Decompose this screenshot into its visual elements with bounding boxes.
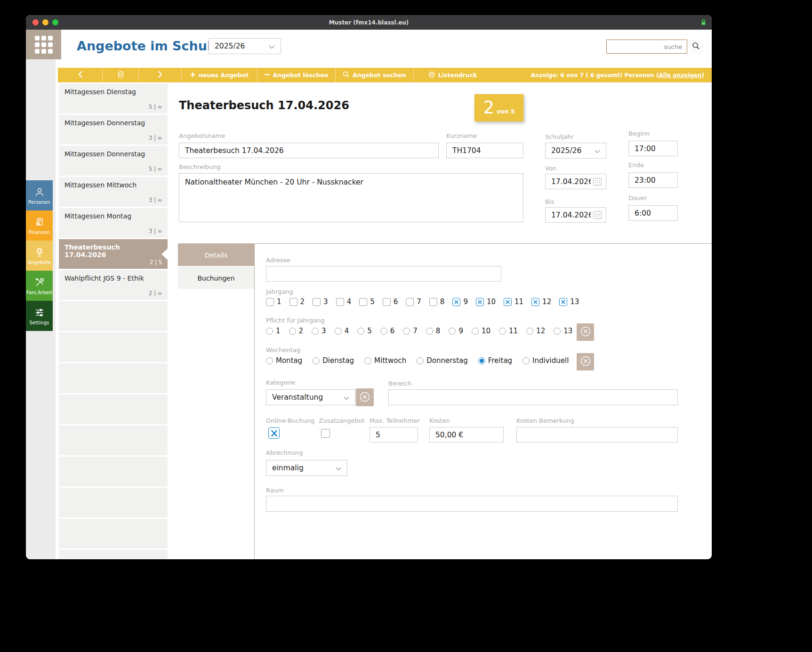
find-offer-button[interactable]: Angebot suchen (336, 68, 413, 82)
beginn-input[interactable] (628, 141, 678, 156)
record-position-badge: 2 von 5 (474, 94, 523, 121)
jahrgang-checkbox-7[interactable]: 7 (406, 298, 421, 306)
delete-offer-button[interactable]: Angebot löschen (257, 68, 335, 82)
booking-count: 3 | ∞ (149, 135, 162, 141)
nav-item-famarbeit[interactable]: Fam.Arbeit (26, 271, 53, 301)
jahrgang-checkbox-6[interactable]: 6 (383, 298, 398, 306)
list-item[interactable]: Mittagessen Dienstag5 | ∞ (59, 84, 168, 113)
next-record-button[interactable] (139, 68, 181, 82)
list-item[interactable]: Mittagessen Mittwoch3 | ∞ (59, 177, 168, 207)
prev-record-button[interactable] (58, 68, 102, 82)
jahrgang-checkbox-9[interactable]: 9 (452, 298, 468, 306)
online-buchung-checkbox[interactable] (268, 427, 280, 439)
ende-input[interactable] (628, 172, 678, 188)
list-item[interactable]: Mittagessen Donnerstag3 | ∞ (59, 115, 168, 145)
jahrgang-checkbox-3[interactable]: 3 (313, 298, 328, 306)
nav-item-personen[interactable]: Personen (26, 180, 53, 210)
jahrgang-checkbox-12[interactable]: 12 (531, 298, 551, 306)
zusatzangebot-checkbox[interactable] (321, 429, 330, 438)
panel-top-border (178, 243, 712, 244)
wochentag-radio-montag[interactable]: Montag (266, 356, 302, 365)
von-date-input[interactable] (545, 174, 606, 189)
booking-count: 2 | ∞ (149, 290, 162, 297)
nav-item-angebote[interactable]: Angebote (26, 241, 53, 271)
pflicht-radio-7[interactable]: 7 (403, 327, 418, 335)
jahrgang-checkbox-13[interactable]: 13 (559, 298, 579, 306)
jahrgang-checkbox-11[interactable]: 11 (504, 298, 523, 306)
toolbar: neues Angebot Angebot löschen Angebot su… (58, 68, 712, 82)
list-item[interactable]: Theaterbesuch 17.04.20262 | 5 (59, 239, 168, 269)
dauer-input[interactable] (628, 205, 678, 221)
booking-count: 5 | ∞ (149, 104, 162, 110)
clear-pflicht-button[interactable] (577, 323, 594, 341)
beschreibung-textarea[interactable]: Nationaltheater München - 20 Uhr - Nussk… (179, 173, 523, 222)
jahrgang-checkbox-5[interactable]: 5 (359, 298, 375, 306)
database-icon (118, 71, 124, 80)
nav-item-finanzen[interactable]: Finanzen (26, 210, 53, 241)
new-offer-button[interactable]: neues Angebot (182, 68, 257, 82)
bereich-input[interactable] (388, 389, 678, 405)
search-input[interactable] (606, 40, 687, 54)
app-grid-icon[interactable] (26, 30, 61, 59)
jahrgang-checkbox-10[interactable]: 10 (476, 298, 496, 306)
wochentag-label: Wochentag (266, 346, 300, 354)
wochentag-radio-individuell[interactable]: Individuell (523, 356, 569, 365)
jahrgang-checkbox-8[interactable]: 8 (429, 298, 445, 306)
kosten-bemerkung-input[interactable] (516, 427, 678, 443)
list-item[interactable]: Mittagessen Montag3 | ∞ (59, 208, 168, 238)
pflicht-radio-11[interactable]: 11 (499, 327, 518, 335)
pflicht-radio-8[interactable]: 8 (426, 327, 441, 335)
pflicht-radio-4[interactable]: 4 (335, 327, 349, 335)
bis-date-input[interactable] (545, 207, 606, 223)
circle-x-icon (580, 355, 591, 368)
list-item[interactable]: Wahlpflicht JGS 9 - Ethik2 | ∞ (59, 270, 168, 300)
adresse-input[interactable] (266, 266, 501, 282)
pflicht-radio-12[interactable]: 12 (526, 327, 545, 335)
wochentag-radio-dienstag[interactable]: Dienstag (313, 356, 354, 365)
angebotsname-input[interactable] (179, 143, 439, 158)
search-button[interactable] (688, 40, 703, 54)
pflicht-radio-5[interactable]: 5 (357, 327, 372, 335)
offer-list: Mittagessen Dienstag5 | ∞Mittagessen Don… (59, 84, 168, 559)
wochentag-radio-mittwoch[interactable]: Mittwoch (364, 356, 406, 365)
clear-kategorie-button[interactable] (356, 388, 374, 406)
wochentag-radio-freitag[interactable]: Freitag (478, 356, 512, 365)
max-teilnehmer-label: Max. Teilnehmer (370, 417, 420, 424)
tab-buchungen[interactable]: Buchungen (178, 267, 254, 289)
close-window-button[interactable] (32, 19, 39, 25)
record-list-button[interactable] (103, 68, 138, 82)
raum-input[interactable] (266, 496, 678, 512)
list-print-button[interactable]: Listendruck (414, 68, 491, 82)
minimize-window-button[interactable] (42, 19, 48, 25)
show-all-link[interactable]: Alle anzeigen (659, 72, 702, 79)
schoolyear-header-select[interactable]: 2025/26 (209, 38, 281, 54)
bereich-label: Bereich (388, 380, 411, 387)
kosten-bemerkung-label: Kosten Bemerkung (516, 417, 574, 424)
kosten-input[interactable] (429, 427, 504, 443)
jahrgang-checkbox-2[interactable]: 2 (289, 298, 305, 306)
kategorie-label: Kategorie (266, 379, 296, 386)
pflicht-radio-9[interactable]: 9 (449, 327, 463, 335)
kurzname-input[interactable] (446, 143, 523, 158)
pflicht-radio-2[interactable]: 2 (289, 327, 304, 335)
schuljahr-select[interactable]: 2025/26 (545, 143, 606, 159)
pflicht-radio-3[interactable]: 3 (312, 327, 326, 335)
max-teilnehmer-input[interactable] (370, 427, 418, 443)
zoom-window-button[interactable] (52, 19, 58, 25)
pflicht-radio-10[interactable]: 10 (472, 327, 490, 335)
pflicht-radio-13[interactable]: 13 (554, 327, 572, 335)
pflicht-radio-1[interactable]: 1 (266, 327, 281, 335)
list-item[interactable]: Mittagessen Donnerstag5 | ∞ (59, 146, 168, 176)
wochentag-radio-donnerstag[interactable]: Donnerstag (417, 356, 468, 365)
kategorie-select[interactable]: Veranstaltung (266, 389, 355, 405)
abrechnung-select[interactable]: einmalig (266, 460, 347, 476)
pflicht-radio-6[interactable]: 6 (380, 327, 395, 335)
nav-item-settings[interactable]: Settings (26, 301, 53, 331)
tab-details[interactable]: Details (178, 244, 254, 266)
clear-wochentag-button[interactable] (577, 353, 594, 370)
jahrgang-checkbox-1[interactable]: 1 (266, 298, 281, 306)
von-label: Von (545, 165, 556, 172)
adresse-label: Adresse (266, 257, 290, 264)
jahrgang-checkbox-4[interactable]: 4 (336, 298, 352, 306)
tools-icon (34, 277, 45, 288)
